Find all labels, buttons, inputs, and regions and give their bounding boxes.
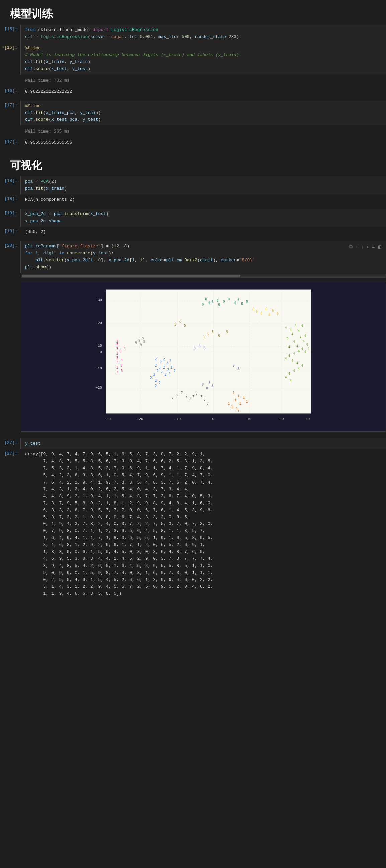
cell-27-input: [27]: y_test (0, 438, 386, 450)
svg-text:9: 9 (135, 341, 137, 345)
cell-19-out-value: (450, 2) (20, 226, 386, 237)
output-value-18: PCA(n_components=2) (25, 196, 382, 203)
svg-text:4: 4 (298, 349, 300, 353)
code-line: pca = PCA(2) (25, 178, 382, 185)
svg-text:2: 2 (155, 357, 157, 361)
save-icon[interactable]: ⬇ (366, 244, 369, 250)
code-line: plt.show() (25, 264, 349, 271)
svg-text:0: 0 (100, 350, 102, 354)
svg-text:4: 4 (293, 340, 295, 343)
horizontal-scrollbar[interactable] (21, 274, 386, 278)
cell-20-scrollbar (0, 273, 386, 278)
svg-text:3: 3 (123, 346, 125, 350)
section-title-training: 模型训练 (0, 0, 386, 25)
svg-text:2: 2 (165, 373, 167, 376)
svg-text:4: 4 (308, 347, 310, 350)
cell-19-out-label: [19]: (0, 226, 20, 237)
cell-18-out-value: PCA(n_components=2) (20, 194, 386, 205)
section-title-visualization: 可视化 (0, 152, 386, 176)
svg-text:6: 6 (256, 309, 258, 313)
svg-text:4: 4 (287, 337, 289, 341)
move-down-icon[interactable]: ↓ (361, 244, 363, 250)
cell-16-out-label: [16]: (0, 86, 20, 97)
svg-text:1: 1 (238, 409, 240, 413)
svg-text:2: 2 (150, 376, 152, 380)
svg-rect-1 (106, 289, 311, 413)
svg-text:0: 0 (218, 303, 220, 307)
cell-20-plot-output: 30 20 10 0 −10 −20 −30 −20 −10 0 10 20 3… (0, 278, 386, 434)
svg-text:10: 10 (98, 343, 102, 347)
svg-text:3: 3 (117, 352, 119, 355)
svg-text:4: 4 (291, 332, 293, 336)
copy-icon[interactable]: ⧉ (349, 244, 353, 250)
svg-text:3: 3 (121, 369, 123, 372)
code-line: plt.rcParams["figure.figsize"] = (12, 8) (25, 243, 349, 250)
svg-text:8: 8 (206, 386, 208, 390)
svg-text:6: 6 (277, 312, 279, 315)
svg-text:1: 1 (238, 394, 240, 398)
svg-text:2: 2 (163, 357, 165, 361)
svg-text:2: 2 (156, 369, 158, 372)
cell-15-label: [15]: (0, 25, 20, 43)
svg-text:1: 1 (246, 400, 248, 403)
svg-text:8: 8 (194, 346, 196, 350)
code-line: x_pca_2d.shape (25, 218, 382, 225)
cell-19-output: [19]: (450, 2) (0, 226, 386, 237)
svg-text:0: 0 (208, 301, 211, 305)
svg-text:−30: −30 (104, 416, 111, 421)
svg-text:2: 2 (170, 366, 172, 369)
code-line: clf = LogisticRegression(solver='saga', … (25, 34, 382, 41)
scrollbar-container (20, 273, 386, 278)
code-line: %%time (25, 103, 382, 110)
cell-16-out-value: 0.9622222222222222 (20, 86, 386, 97)
svg-text:4: 4 (295, 323, 297, 327)
format-icon[interactable]: ≡ (372, 244, 375, 250)
cell-16-output: [16]: 0.9622222222222222 (0, 86, 386, 97)
svg-text:7: 7 (192, 395, 194, 399)
svg-text:2: 2 (163, 366, 165, 369)
svg-text:0: 0 (212, 416, 214, 421)
svg-text:0: 0 (241, 302, 243, 306)
svg-text:1: 1 (234, 398, 236, 402)
svg-text:5: 5 (218, 334, 220, 337)
svg-text:1: 1 (231, 405, 233, 408)
move-up-icon[interactable]: ↑ (355, 244, 358, 250)
svg-text:4: 4 (285, 356, 287, 360)
svg-text:1: 1 (228, 402, 230, 405)
svg-text:3: 3 (121, 364, 122, 367)
svg-text:3: 3 (120, 349, 122, 353)
cell-20-input: [20]: plt.rcParams["figure.figsize"] = (… (0, 241, 386, 273)
svg-text:5: 5 (226, 330, 228, 334)
svg-text:6: 6 (268, 313, 270, 316)
svg-text:7: 7 (176, 394, 178, 398)
svg-text:4: 4 (296, 344, 298, 348)
svg-text:8: 8 (204, 346, 206, 350)
svg-text:6: 6 (261, 311, 263, 314)
cell-18-input: [18]: pca = PCA(2) pca.fit(x_train) (0, 176, 386, 194)
svg-text:10: 10 (247, 416, 251, 421)
svg-text:−10: −10 (96, 366, 102, 370)
svg-text:0: 0 (217, 299, 218, 302)
svg-text:1: 1 (239, 402, 242, 405)
svg-text:5: 5 (174, 322, 176, 326)
delete-icon[interactable]: 🗑 (377, 244, 382, 250)
svg-text:20: 20 (280, 416, 284, 421)
svg-text:4: 4 (301, 364, 303, 367)
cell-17-input: [17]: %%time clf.fit(x_train_pca, y_trai… (0, 101, 386, 125)
svg-text:0: 0 (238, 298, 240, 302)
svg-text:0: 0 (234, 301, 236, 305)
svg-text:2: 2 (168, 372, 170, 376)
svg-text:−20: −20 (96, 386, 102, 390)
svg-text:9: 9 (140, 343, 142, 346)
svg-text:2: 2 (153, 373, 155, 376)
cell-27-out-label: [27]: (0, 449, 20, 599)
cell-17-wall-output: Wall time: 265 ms (0, 125, 386, 137)
svg-text:8: 8 (233, 364, 235, 367)
svg-text:4: 4 (288, 345, 290, 349)
svg-text:8: 8 (202, 382, 204, 386)
cell-20-code: plt.rcParams["figure.figsize"] = (12, 8)… (20, 241, 386, 273)
svg-text:2: 2 (155, 364, 157, 367)
svg-text:3: 3 (117, 361, 119, 364)
svg-text:0: 0 (228, 297, 230, 301)
svg-text:7: 7 (195, 392, 197, 396)
